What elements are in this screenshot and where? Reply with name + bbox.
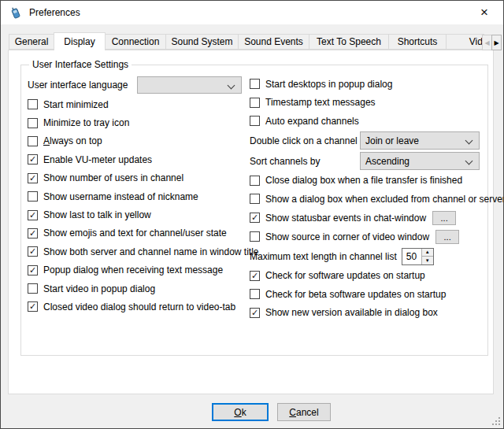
checkbox-start-minimized[interactable]: [28, 99, 38, 109]
max-text-length-spinner[interactable]: 50 ▲ ▼: [402, 248, 434, 265]
checkbox-label: Start minimized: [43, 99, 109, 110]
close-button[interactable]: ×: [470, 1, 498, 24]
checkbox-desktops-popup[interactable]: [250, 79, 260, 89]
checkbox-label: Start desktops in popup dialog: [265, 79, 392, 90]
spinner-buttons: ▲ ▼: [421, 249, 433, 264]
window-title: Preferences: [29, 7, 80, 18]
checkbox-label: Popup dialog when receiving text message: [43, 264, 223, 276]
checkbox-label: Start video in popup dialog: [43, 283, 155, 294]
language-combobox[interactable]: [137, 76, 242, 94]
checkbox-label: Show a dialog box when excluded from cha…: [265, 194, 504, 205]
double-click-combobox[interactable]: Join or leave: [360, 131, 480, 150]
row-emojis: ✓ Show emojis and text for channel/user …: [28, 224, 250, 242]
row-start-minimized: Start minimized: [28, 95, 250, 113]
checkbox-server-channel-title[interactable]: ✓: [28, 246, 38, 257]
resize-grip-icon[interactable]: [491, 416, 501, 426]
checkbox-vu-meter[interactable]: ✓: [28, 154, 38, 165]
checkbox-statusbar-events[interactable]: ✓: [250, 213, 260, 223]
checkbox-emojis[interactable]: ✓: [28, 228, 38, 239]
tab-label: Sound System: [171, 36, 232, 47]
row-vu-meter: ✓ Enable VU-meter updates: [28, 150, 250, 168]
checkbox-label: Check for software updates on startup: [265, 270, 425, 281]
row-excluded-dialog: Show a dialog box when excluded from cha…: [250, 190, 480, 209]
row-minimize-to-tray: Minimize to tray icon: [28, 113, 250, 131]
checkbox-video-popup[interactable]: [28, 283, 38, 294]
tab-general[interactable]: General: [9, 34, 54, 50]
app-logo-icon: [9, 6, 22, 19]
tab-video[interactable]: Video: [446, 34, 484, 50]
checkbox-timestamp[interactable]: [250, 98, 260, 108]
ok-button[interactable]: Ok: [212, 403, 269, 421]
language-label: User interface language: [28, 80, 128, 91]
checkbox-label: Check for beta software updates on start…: [265, 289, 446, 300]
left-column: User interface language Start minimized …: [28, 75, 250, 316]
checkbox-label: Show new version available in dialog box: [265, 307, 438, 318]
checkbox-new-version-dialog[interactable]: ✓: [250, 308, 260, 318]
checkbox-label: Show username instead of nickname: [43, 191, 198, 202]
tab-label: General: [15, 36, 49, 47]
checkbox-close-on-transfer[interactable]: [250, 176, 260, 186]
tab-display[interactable]: Display: [54, 32, 106, 50]
sort-channels-label: Sort channels by: [250, 156, 320, 167]
spin-up-icon[interactable]: ▲: [422, 249, 433, 257]
chevron-down-icon: [228, 82, 235, 90]
sort-channels-combobox[interactable]: Ascending: [360, 152, 480, 170]
checkbox-video-source-corner[interactable]: [250, 231, 260, 242]
right-column: Start desktops in popup dialog Timestamp…: [250, 75, 480, 322]
group-title: User Interface Settings: [29, 59, 132, 70]
checkbox-label: Closed video dialog should return to vid…: [43, 301, 235, 313]
checkbox-check-updates[interactable]: ✓: [250, 271, 260, 281]
row-new-version-dialog: ✓ Show new version available in dialog b…: [250, 304, 480, 323]
checkbox-always-on-top[interactable]: [28, 136, 38, 146]
row-closed-video-return: ✓ Closed video dialog should return to v…: [28, 298, 250, 316]
row-show-username: Show username instead of nickname: [28, 187, 250, 205]
row-statusbar-events: ✓ Show statusbar events in chat-window .…: [250, 209, 480, 227]
ok-button-label: Ok: [234, 407, 246, 418]
statusbar-events-browse-button[interactable]: ...: [432, 211, 456, 225]
tab-sound-events[interactable]: Sound Events: [238, 34, 309, 50]
checkbox-check-beta-updates[interactable]: [250, 289, 260, 299]
checkbox-last-to-talk[interactable]: ✓: [28, 210, 38, 220]
chevron-down-icon: [465, 157, 473, 165]
row-video-source-corner: Show source in corner of video window ..…: [250, 227, 480, 246]
checkbox-minimize-to-tray[interactable]: [28, 118, 38, 128]
video-source-browse-button[interactable]: ...: [435, 230, 459, 244]
checkbox-label: Enable VU-meter updates: [43, 154, 152, 165]
tab-shortcuts[interactable]: Shortcuts: [388, 34, 447, 50]
checkbox-label: Show source in corner of video window: [265, 231, 429, 242]
checkbox-popup-text-message[interactable]: ✓: [28, 265, 38, 276]
checkbox-label: Minimize to tray icon: [43, 117, 129, 128]
max-text-length-label: Maximum text length in channel list: [250, 251, 397, 262]
tab-sound-system[interactable]: Sound System: [165, 34, 239, 50]
chevron-down-icon: [465, 137, 473, 145]
tab-connection[interactable]: Connection: [105, 34, 166, 50]
display-tab-page: User Interface Settings User interface l…: [8, 50, 494, 394]
checkbox-show-user-count[interactable]: ✓: [28, 173, 38, 183]
sort-channels-row: Sort channels by Ascending: [250, 151, 480, 172]
tab-label: Text To Speech: [317, 36, 381, 47]
row-last-to-talk: ✓ Show last to talk in yellow: [28, 205, 250, 224]
row-close-on-transfer: Close dialog box when a file transfer is…: [250, 172, 480, 190]
checkbox-auto-expand[interactable]: [250, 116, 260, 126]
checkbox-show-username[interactable]: [28, 191, 38, 202]
spin-down-icon[interactable]: ▼: [422, 257, 433, 264]
language-row: User interface language: [28, 75, 250, 95]
double-click-label: Double click on a channel: [250, 135, 358, 146]
checkbox-closed-video-return[interactable]: ✓: [28, 301, 38, 312]
tab-scroll-right-icon[interactable]: ▶: [491, 35, 502, 50]
max-text-length-row: Maximum text length in channel list 50 ▲…: [250, 246, 480, 267]
checkbox-label: Auto expand channels: [265, 116, 359, 127]
tab-label: Shortcuts: [398, 36, 438, 47]
preferences-dialog: { "window": { "title": "Preferences" }, …: [0, 0, 504, 429]
checkbox-label: Always on top: [43, 135, 102, 146]
checkbox-excluded-dialog[interactable]: [250, 194, 260, 204]
tab-bar: General Display Connection Sound System …: [9, 32, 484, 50]
tab-text-to-speech[interactable]: Text To Speech: [309, 34, 389, 50]
row-auto-expand: Auto expand channels: [250, 112, 480, 131]
row-desktops-popup: Start desktops in popup dialog: [250, 75, 480, 94]
title-bar: Preferences ×: [1, 1, 503, 24]
cancel-button-label: Cancel: [289, 407, 318, 418]
double-click-value: Join or leave: [365, 135, 419, 146]
checkbox-label: Timestamp text messages: [265, 97, 376, 108]
cancel-button[interactable]: Cancel: [277, 403, 331, 421]
